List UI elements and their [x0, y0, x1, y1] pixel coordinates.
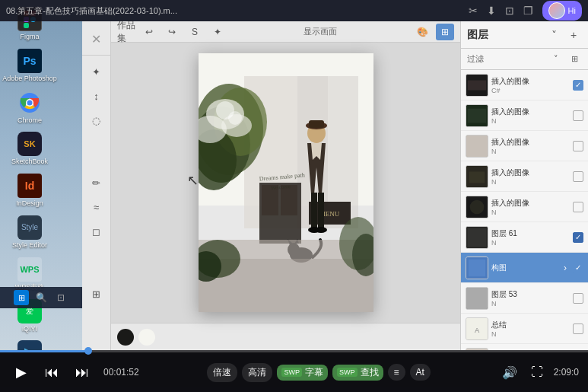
svg-rect-31	[309, 120, 324, 128]
layer-item-active[interactable]: 构图 › ✓	[461, 253, 588, 283]
gallery-btn[interactable]: 作品集	[117, 24, 135, 40]
desktop-icon-potplayer[interactable]: ▶ PotPlayer	[0, 337, 59, 350]
redo-btn[interactable]: ↪	[163, 24, 181, 40]
foreground-color[interactable]	[117, 329, 134, 346]
layer-item[interactable]: A 总结 N	[461, 314, 588, 344]
fullscreen-button[interactable]: ⛶	[526, 362, 548, 383]
close-button[interactable]: ✕	[85, 27, 108, 50]
layer-mode: N	[491, 148, 570, 155]
layer-info: 图层 61 N	[491, 228, 570, 247]
sketchbook-label: SketchBook	[11, 158, 48, 166]
speed-button[interactable]: 倍速	[207, 363, 237, 382]
layer-thumbnail	[466, 196, 488, 218]
chrome-label: Chrome	[17, 116, 42, 125]
layer-item[interactable]: 插入的图像 C# ✓	[461, 70, 588, 100]
layer-visibility[interactable]	[573, 110, 583, 121]
list-button[interactable]: ≡	[388, 364, 405, 381]
modify-tool[interactable]: ✦	[85, 60, 108, 83]
layers-panel: 图层 ˅ + 过滤 ˅ ⊞	[460, 21, 588, 350]
layer-visibility[interactable]: ✓	[573, 232, 583, 243]
adjustments-btn[interactable]: 🎨	[413, 24, 431, 40]
layers-header: 图层 ˅ +	[461, 21, 588, 49]
layer-visibility[interactable]	[573, 141, 583, 151]
layer-item[interactable]: 插入的图像 N	[461, 100, 588, 131]
left-toolbar: ✕ ✦ ↕ ◌ ✏ ≈ ◻ ⊞	[82, 21, 111, 350]
taskbar-windows[interactable]: ⊞	[14, 290, 29, 305]
filter-label: 过滤	[467, 53, 545, 65]
filter-grid[interactable]: ⊞	[567, 52, 582, 67]
layers-btn[interactable]: ⊞	[436, 24, 454, 40]
canvas-bottom-bar	[111, 323, 460, 350]
layer-mode: C#	[491, 87, 570, 94]
layer-name: 图层 53	[491, 289, 570, 300]
progress-bar[interactable]	[0, 350, 588, 352]
layer-item[interactable]: 插入的图像 N	[461, 192, 588, 222]
layer-name: 插入的图像	[491, 198, 570, 209]
select-tool[interactable]: ◌	[85, 109, 108, 132]
layer-name: 插入的图像	[491, 137, 570, 148]
find-button[interactable]: SWP 查找	[332, 365, 383, 381]
id-label: InDesign	[16, 199, 43, 208]
layers-controls: ˅ +	[545, 27, 582, 43]
filter-expand[interactable]: ˅	[548, 52, 564, 67]
canvas-area: 作品集 ↩ ↪ S ✦ 显示画面 🎨 ⊞ ◦	[111, 21, 460, 350]
layers-tool[interactable]: ⊞	[85, 283, 108, 306]
layer-item[interactable]: 图层 61 N ✓	[461, 222, 588, 253]
layers-add[interactable]: +	[565, 27, 582, 43]
layers-list[interactable]: 插入的图像 C# ✓ 插入的图像 N	[461, 70, 588, 350]
layer-visibility[interactable]	[573, 202, 583, 212]
layer-item[interactable]: 插入的图像 N	[461, 131, 588, 161]
subtitle-button[interactable]: SWP 字幕	[277, 365, 328, 381]
svg-rect-47	[468, 80, 486, 90]
taskbar-search[interactable]: 🔍	[33, 290, 49, 305]
canvas-header-left: 作品集 ↩ ↪ S ✦	[117, 24, 227, 40]
layer-item[interactable]: 插入的图像 N	[461, 161, 588, 192]
layer-visibility[interactable]: ✓	[573, 263, 583, 273]
main-canvas[interactable]: MENU Dreams make path Welcome	[111, 43, 460, 323]
desktop-icon-style[interactable]: Style Style Editor	[0, 212, 59, 253]
layer-visibility[interactable]	[573, 171, 583, 182]
desktop-icon-indesign[interactable]: Id InDesign	[0, 171, 59, 211]
next-button[interactable]: ⏭	[70, 360, 94, 384]
copy-icon[interactable]: ❐	[523, 5, 533, 17]
eraser-tool[interactable]: ◻	[85, 220, 108, 243]
hd-button[interactable]: 高清	[242, 363, 272, 382]
controls-row: ▶ ⏮ ⏭ 00:01:52 倍速 高清 SWP 字幕	[0, 352, 588, 392]
layer-item[interactable]: 图层 53 N	[461, 283, 588, 314]
layer-visibility[interactable]: ✓	[573, 80, 583, 91]
scissors-icon[interactable]: ✂	[469, 5, 478, 17]
layer-info: 总结 N	[491, 320, 570, 338]
svg-text:A: A	[475, 326, 480, 333]
volume-button[interactable]: 🔊	[499, 362, 520, 383]
play-button[interactable]: ▶	[9, 360, 33, 384]
undo-btn[interactable]: ↩	[140, 24, 158, 40]
layer-visibility[interactable]	[573, 293, 583, 304]
transform-btn[interactable]: ✦	[208, 24, 227, 40]
menu-label: 显示画面	[304, 27, 337, 36]
svg-rect-3	[24, 23, 29, 28]
layer-expand[interactable]: ›	[564, 263, 567, 273]
layer-item[interactable]: 假互补 N	[461, 344, 588, 350]
move-tool[interactable]: ↕	[85, 84, 108, 107]
svg-point-54	[470, 199, 485, 214]
background-color[interactable]	[138, 329, 155, 346]
desktop-icon-photoshop[interactable]: Ps Adobe Photoshop	[0, 46, 59, 86]
layer-name: 插入的图像	[491, 167, 570, 178]
ref-btn[interactable]: S	[186, 24, 204, 40]
iqiyi-label: iQIYI	[22, 325, 37, 333]
taskbar-task[interactable]: ⊡	[53, 290, 68, 305]
svg-rect-32	[311, 193, 317, 231]
layer-thumbnail	[466, 165, 488, 188]
layer-visibility[interactable]	[573, 323, 583, 334]
brush-tool[interactable]: ✏	[85, 171, 108, 194]
layer-thumbnail	[466, 135, 488, 158]
desktop-icon-chrome[interactable]: Chrome	[0, 88, 59, 128]
prev-button[interactable]: ⏮	[40, 360, 64, 384]
download-icon[interactable]: ⬇	[487, 5, 496, 17]
crop-icon[interactable]: ⊡	[505, 5, 514, 17]
hi-badge[interactable]: Hi	[542, 1, 582, 21]
desktop-icon-sketchbook[interactable]: SK SketchBook	[0, 129, 59, 169]
smudge-tool[interactable]: ≈	[85, 196, 108, 218]
at-button[interactable]: At	[410, 364, 431, 381]
layers-chevron[interactable]: ˅	[545, 27, 562, 43]
